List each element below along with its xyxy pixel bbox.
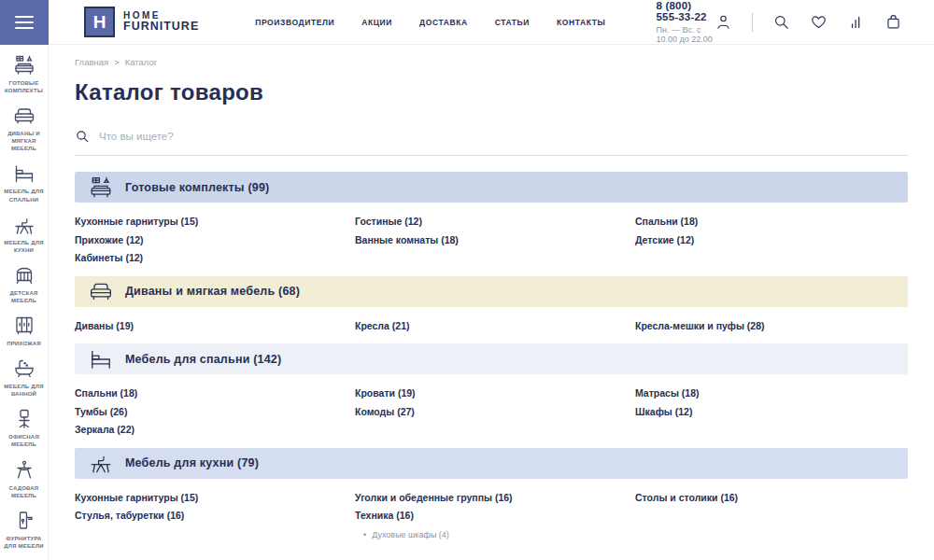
header-icons: [715, 13, 902, 32]
subcategory-link[interactable]: • Духовые шкафы (4): [363, 530, 449, 539]
favorites-heart-icon[interactable]: [810, 13, 828, 31]
category-link[interactable]: Тумбы (26): [75, 407, 127, 418]
working-hours: Пн. — Вс. с 10.00 до 22.00: [656, 25, 715, 44]
sidebar-item-bathroom[interactable]: МЕБЕЛЬ ДЛЯ ВАННОЙ: [0, 353, 48, 403]
sidebar-label: МЕБЕЛЬ ДЛЯ ВАННОЙ: [2, 383, 46, 398]
brand-logo[interactable]: H HOME FURNITURE: [84, 7, 199, 37]
category-link[interactable]: Ванные комнаты (18): [355, 235, 459, 246]
main-content: Главная > Каталог Каталог товаров Готовы…: [49, 45, 934, 552]
wardrobe-icon: [13, 315, 35, 337]
nav-articles[interactable]: СТАТЬИ: [495, 18, 530, 27]
category-link[interactable]: Кухонные гарнитуры (15): [75, 217, 198, 228]
breadcrumb-home[interactable]: Главная: [75, 57, 108, 67]
category-link[interactable]: Детские (12): [635, 235, 694, 246]
sidebar-label: МЕБЕЛЬ ДЛЯ СПАЛЬНИ: [2, 188, 46, 203]
sidebar-item-office[interactable]: ОФИСНАЯ МЕБЕЛЬ: [0, 403, 48, 454]
section-header[interactable]: Диваны и мягкая мебель (68): [75, 276, 908, 307]
category-link[interactable]: Техника (16): [355, 511, 414, 522]
furniture-set-icon: [13, 54, 35, 77]
sidebar-label: ПРИХОЖАЯ: [7, 340, 41, 347]
section-header[interactable]: Готовые комплекты (99): [75, 172, 908, 203]
category-link[interactable]: Шкафы (12): [635, 407, 692, 418]
logo-icon: H: [84, 7, 115, 37]
sidebar-item-hallway[interactable]: ПРИХОЖАЯ: [0, 310, 48, 353]
office-chair-icon: [13, 408, 35, 430]
phone-number[interactable]: 8 (800) 555-33-22: [656, 0, 715, 22]
category-link[interactable]: Кухонные гарнитуры (15): [75, 493, 198, 504]
furniture-set-icon: [89, 175, 113, 200]
compare-icon[interactable]: [847, 13, 865, 31]
subcategory-label: Духовые шкафы (4): [372, 530, 449, 539]
category-link[interactable]: Кровати (19): [355, 388, 416, 399]
section-title: Мебель для кухни (79): [125, 456, 259, 469]
breadcrumb-catalog[interactable]: Каталог: [125, 57, 158, 67]
user-icon[interactable]: [715, 13, 732, 31]
category-link[interactable]: Спальни (18): [75, 388, 137, 399]
catalog-sections: Готовые комплекты (99) Кухонные гарнитур…: [75, 172, 908, 552]
sidebar-item-kids[interactable]: ДЕТСКАЯ МЕБЕЛЬ: [0, 259, 48, 310]
category-sidebar: ГОТОВЫЕ КОМПЛЕКТЫ ДИВАНЫ И МЯГКАЯ МЕБЕЛЬ…: [0, 45, 49, 560]
category-link[interactable]: Спальни (18): [635, 217, 698, 228]
sidebar-item-kitchen[interactable]: МЕБЕЛЬ ДЛЯ КУХНИ: [0, 209, 48, 259]
catalog-search: [75, 129, 908, 156]
nav-contacts[interactable]: КОНТАКТЫ: [557, 18, 605, 27]
category-link[interactable]: Зеркала (22): [75, 425, 134, 436]
category-link[interactable]: Стулья, табуретки (16): [75, 511, 184, 522]
category-link[interactable]: Гостиные (12): [355, 217, 422, 228]
sidebar-label: ГОТОВЫЕ КОМПЛЕКТЫ: [2, 79, 46, 94]
kitchen-icon: [89, 451, 113, 475]
header: H HOME FURNITURE ПРОИЗВОДИТЕЛИ АКЦИИ ДОС…: [0, 0, 934, 45]
category-link[interactable]: Кресла-мешки и пуфы (28): [635, 321, 765, 332]
category-link[interactable]: Столы и столики (16): [635, 493, 738, 504]
category-link[interactable]: Матрасы (18): [635, 388, 700, 399]
category-link[interactable]: Кабинеты (12): [75, 253, 143, 264]
search-icon: [75, 129, 90, 144]
sidebar-item-hardware[interactable]: ФУРНИТУРА ДЛЯ МЕБЕЛИ: [0, 505, 48, 555]
brand-name: HOME FURNITURE: [123, 10, 199, 34]
section-ready-sets: Готовые комплекты (99) Кухонные гарнитур…: [75, 172, 908, 276]
category-link[interactable]: Комоды (27): [355, 407, 415, 418]
main-nav: ПРОИЗВОДИТЕЛИ АКЦИИ ДОСТАВКА СТАТЬИ КОНТ…: [255, 18, 605, 27]
breadcrumb-separator: >: [114, 57, 120, 67]
garden-icon: [13, 459, 35, 482]
sidebar-item-bedroom[interactable]: МЕБЕЛЬ ДЛЯ СПАЛЬНИ: [0, 158, 48, 208]
section-bedroom: Мебель для спальни (142) Спальни (18) Ту…: [75, 343, 908, 448]
category-link[interactable]: Уголки и обеденные группы (16): [355, 493, 513, 504]
sofa-icon: [89, 279, 113, 303]
section-header[interactable]: Мебель для спальни (142): [75, 343, 908, 374]
search-icon[interactable]: [772, 13, 790, 31]
bed-icon: [13, 162, 35, 185]
kitchen-icon: [13, 214, 35, 236]
category-link[interactable]: Диваны (19): [75, 321, 134, 332]
sidebar-item-garden[interactable]: САДОВАЯ МЕБЕЛЬ: [0, 455, 48, 505]
section-header[interactable]: Мебель для кухни (79): [75, 448, 908, 479]
sofa-icon: [13, 105, 35, 127]
sidebar-item-ready-sets[interactable]: ГОТОВЫЕ КОМПЛЕКТЫ: [0, 49, 48, 100]
search-input[interactable]: [99, 131, 908, 142]
category-link[interactable]: Кресла (21): [355, 321, 409, 332]
hardware-icon: [13, 510, 35, 532]
section-links: Спальни (18) Тумбы (26) Зеркала (22) Кро…: [75, 374, 908, 448]
sidebar-label: САДОВАЯ МЕБЕЛЬ: [2, 484, 46, 499]
nav-delivery[interactable]: ДОСТАВКА: [419, 18, 468, 27]
sidebar-label: ДИВАНЫ И МЯГКАЯ МЕБЕЛЬ: [2, 130, 46, 152]
crib-icon: [13, 264, 35, 287]
bed-icon: [89, 347, 113, 371]
hamburger-menu-button[interactable]: [0, 0, 49, 45]
page-title: Каталог товаров: [75, 79, 908, 105]
category-link[interactable]: Прихожие (12): [75, 235, 144, 246]
sidebar-label: МЕБЕЛЬ ДЛЯ КУХНИ: [2, 239, 46, 254]
section-sofas: Диваны и мягкая мебель (68) Диваны (19) …: [75, 276, 908, 344]
sidebar-item-sofas[interactable]: ДИВАНЫ И МЯГКАЯ МЕБЕЛЬ: [0, 100, 48, 158]
contact-info: 8 (800) 555-33-22 Пн. — Вс. с 10.00 до 2…: [656, 0, 715, 44]
nav-promotions[interactable]: АКЦИИ: [361, 18, 392, 27]
sidebar-label: ДЕТСКАЯ МЕБЕЛЬ: [2, 289, 46, 304]
sidebar-label: ОФИСНАЯ МЕБЕЛЬ: [2, 433, 46, 448]
breadcrumb: Главная > Каталог: [75, 57, 908, 67]
sidebar-label: ФУРНИТУРА ДЛЯ МЕБЕЛИ: [2, 535, 46, 550]
cart-icon[interactable]: [884, 13, 902, 31]
icon-divider: [752, 13, 753, 32]
section-kitchen: Мебель для кухни (79) Кухонные гарнитуры…: [75, 448, 908, 552]
nav-manufacturers[interactable]: ПРОИЗВОДИТЕЛИ: [255, 18, 334, 27]
bullet-marker: •: [363, 530, 366, 539]
